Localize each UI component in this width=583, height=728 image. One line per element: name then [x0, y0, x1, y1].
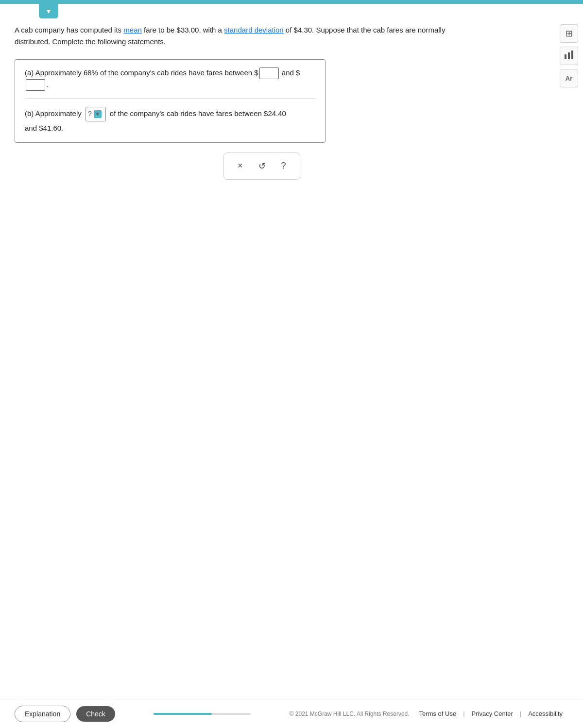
part-b-label-after: of the company's cab rides have fares be…: [108, 109, 286, 118]
terms-link[interactable]: Terms of Use: [419, 710, 457, 717]
dropdown-arrow-icon: ▼: [94, 110, 102, 118]
footer-right: © 2021 McGraw Hill LLC. All Rights Reser…: [290, 710, 568, 717]
privacy-link[interactable]: Privacy Center: [472, 710, 513, 717]
part-a: (a) Approximately 68% of the company's c…: [25, 68, 315, 99]
chart-icon: [564, 50, 574, 63]
side-tools-panel: ⊞ Ar: [560, 24, 578, 87]
svg-rect-2: [571, 51, 573, 59]
part-b-second-line: and $41.60.: [25, 124, 63, 132]
mean-link[interactable]: mean: [123, 26, 142, 34]
progress-bar-fill: [154, 713, 212, 715]
calculator-icon: ⊞: [566, 28, 573, 39]
text-icon: Ar: [566, 75, 572, 82]
top-bar: [0, 0, 583, 4]
help-icon: ?: [281, 161, 286, 171]
std-dev-link[interactable]: standard deviation: [224, 26, 284, 34]
part-a-input2[interactable]: [26, 79, 45, 91]
undo-icon: ↺: [258, 161, 266, 171]
undo-button[interactable]: ↺: [255, 159, 270, 173]
footer-center: [115, 713, 290, 715]
footer: Explanation Check © 2021 McGraw Hill LLC…: [0, 699, 583, 728]
part-a-input1[interactable]: [259, 68, 279, 79]
part-a-period: .: [46, 80, 48, 88]
part-b-label-before: (b) Approximately: [25, 109, 84, 118]
collapse-button[interactable]: ▼: [39, 4, 58, 18]
text-button[interactable]: Ar: [560, 69, 578, 87]
divider2: |: [520, 710, 521, 717]
help-button[interactable]: ?: [277, 159, 290, 173]
chevron-down-icon: ▼: [45, 7, 52, 15]
close-icon: ×: [238, 161, 243, 171]
part-b-dropdown[interactable]: ?▼: [86, 107, 106, 121]
chart-button[interactable]: [560, 47, 578, 65]
problem-text: A cab company has computed its mean fare…: [15, 24, 452, 48]
dropdown-value: ?: [88, 108, 92, 120]
main-content: A cab company has computed its mean fare…: [15, 24, 554, 180]
part-b: (b) Approximately ?▼ of the company's ca…: [25, 107, 315, 135]
accessibility-link[interactable]: Accessibility: [528, 710, 563, 717]
footer-left: Explanation Check: [15, 706, 115, 722]
svg-rect-0: [565, 54, 566, 59]
explanation-button[interactable]: Explanation: [15, 706, 70, 722]
close-button[interactable]: ×: [234, 159, 247, 173]
divider1: |: [463, 710, 464, 717]
svg-rect-1: [568, 52, 570, 59]
action-buttons-panel: × ↺ ?: [223, 152, 300, 180]
progress-bar: [154, 713, 251, 715]
check-button[interactable]: Check: [76, 706, 115, 722]
problem-text-after-mean: fare to be $33.00, with a: [142, 26, 224, 34]
calculator-button[interactable]: ⊞: [560, 24, 578, 43]
answer-box: (a) Approximately 68% of the company's c…: [15, 59, 326, 143]
problem-text-before-mean: A cab company has computed its: [15, 26, 123, 34]
copyright-text: © 2021 McGraw Hill LLC. All Rights Reser…: [290, 711, 410, 717]
part-a-label: (a) Approximately 68% of the company's c…: [25, 68, 258, 77]
and-text: and $: [280, 68, 300, 77]
